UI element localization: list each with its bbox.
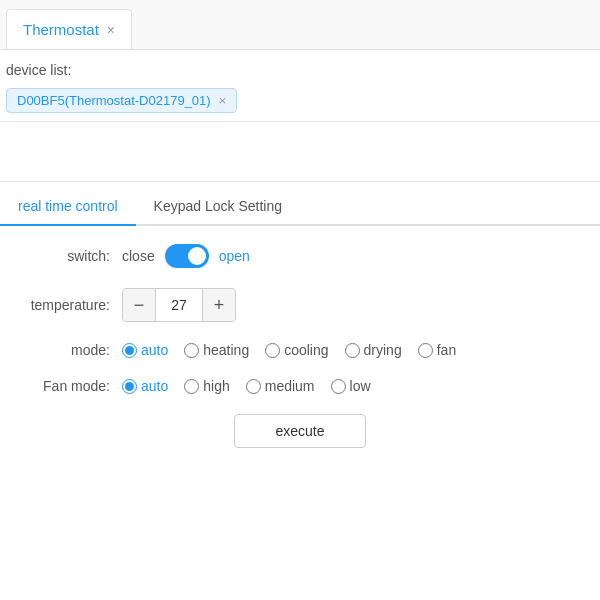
fan-low-radio[interactable] [331,379,346,394]
switch-open-text: open [219,248,250,264]
switch-label: switch: [20,248,110,264]
mode-cooling-radio[interactable] [265,343,280,358]
sub-tab-keypad[interactable]: Keypad Lock Setting [136,188,300,224]
fan-mode-label: Fan mode: [20,378,110,394]
fan-mode-row: Fan mode: auto high medium low [20,378,580,394]
temperature-stepper: − 27 + [122,288,236,322]
mode-auto-item[interactable]: auto [122,342,168,358]
tab-thermostat[interactable]: Thermostat × [6,9,132,49]
fan-high-item[interactable]: high [184,378,229,394]
device-list-label: device list: [6,62,584,78]
control-panel: switch: close open temperature: − 27 + m… [0,226,600,466]
mode-heating-radio[interactable] [184,343,199,358]
mode-drying-label: drying [364,342,402,358]
device-list-section: device list: D00BF5(Thermostat-D02179_01… [0,50,600,122]
device-remove-icon[interactable]: × [219,93,227,108]
fan-auto-label: auto [141,378,168,394]
mode-drying-radio[interactable] [345,343,360,358]
toggle-slider [165,244,209,268]
mode-fan-label: fan [437,342,456,358]
temperature-label: temperature: [20,297,110,313]
mode-auto-label: auto [141,342,168,358]
device-tag: D00BF5(Thermostat-D02179_01) × [6,88,237,113]
execute-button[interactable]: execute [234,414,365,448]
mode-heating-label: heating [203,342,249,358]
fan-medium-label: medium [265,378,315,394]
temperature-row: temperature: − 27 + [20,288,580,322]
mode-cooling-label: cooling [284,342,328,358]
execute-row: execute [20,414,580,448]
fan-high-label: high [203,378,229,394]
temperature-decrement-button[interactable]: − [123,289,155,321]
device-id: D00BF5(Thermostat-D02179_01) [17,93,211,108]
fan-low-label: low [350,378,371,394]
fan-auto-item[interactable]: auto [122,378,168,394]
fan-medium-item[interactable]: medium [246,378,315,394]
switch-close-text: close [122,248,155,264]
mode-cooling-item[interactable]: cooling [265,342,328,358]
fan-medium-radio[interactable] [246,379,261,394]
tab-bar: Thermostat × [0,0,600,50]
toggle-group: close open [122,244,250,268]
sub-tab-bar: real time control Keypad Lock Setting [0,188,600,226]
fan-mode-radio-group: auto high medium low [122,378,381,394]
mode-fan-item[interactable]: fan [418,342,456,358]
mode-label: mode: [20,342,110,358]
fan-auto-radio[interactable] [122,379,137,394]
fan-low-item[interactable]: low [331,378,371,394]
spacer [0,122,600,182]
mode-auto-radio[interactable] [122,343,137,358]
switch-toggle[interactable] [165,244,209,268]
sub-tab-realtime[interactable]: real time control [0,188,136,224]
tab-label: Thermostat [23,21,99,38]
switch-row: switch: close open [20,244,580,268]
mode-drying-item[interactable]: drying [345,342,402,358]
temperature-value: 27 [155,289,203,321]
mode-row: mode: auto heating cooling drying fan [20,342,580,358]
mode-fan-radio[interactable] [418,343,433,358]
tab-close-icon[interactable]: × [107,23,115,37]
temperature-increment-button[interactable]: + [203,289,235,321]
fan-high-radio[interactable] [184,379,199,394]
mode-heating-item[interactable]: heating [184,342,249,358]
mode-radio-group: auto heating cooling drying fan [122,342,466,358]
